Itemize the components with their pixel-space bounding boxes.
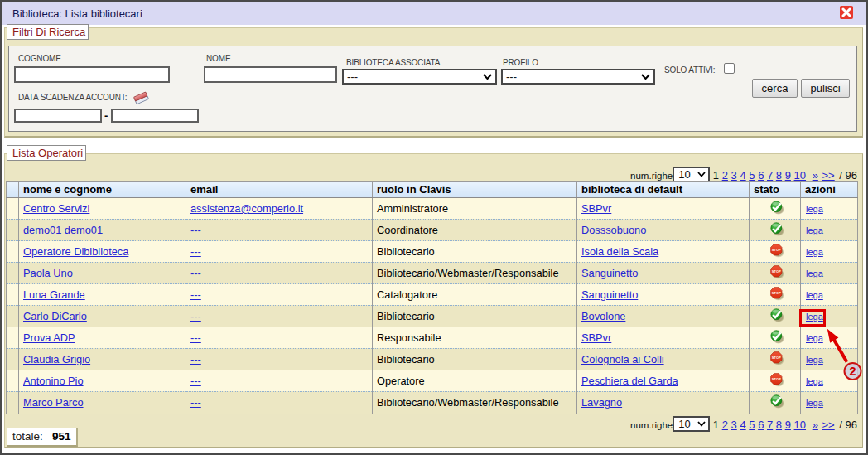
svg-text:2: 2 [849,365,856,378]
